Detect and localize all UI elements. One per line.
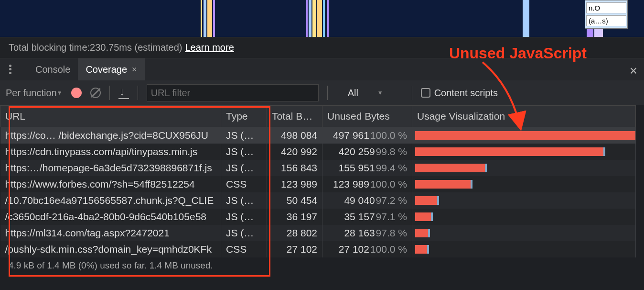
table-header-row: URL Type Total B… Unused Bytes Usage Vis… bbox=[0, 106, 636, 127]
table-row[interactable]: /10.70bc16e4a97156565587.chunk.js?Q_CLIE… bbox=[0, 192, 636, 209]
tab-label: Coverage bbox=[86, 64, 127, 75]
coverage-toolbar: Per function All Content scripts bbox=[0, 80, 644, 105]
cell-type: JS (… bbox=[221, 160, 267, 176]
col-total[interactable]: Total B… bbox=[267, 106, 322, 127]
cell-type: CSS bbox=[221, 176, 267, 192]
table-row[interactable]: /c3650cdf-216a-4ba2-80b0-9d6c540b105e58J… bbox=[0, 209, 636, 225]
checkbox-icon bbox=[421, 88, 430, 98]
type-filter-dropdown[interactable]: All bbox=[336, 88, 403, 99]
col-viz[interactable]: Usage Visualization bbox=[412, 106, 636, 127]
drawer-close-icon[interactable]: × bbox=[630, 63, 637, 78]
cell-url: https://cdn.tinypass.com/api/tinypass.mi… bbox=[0, 144, 221, 160]
cell-type: JS (… bbox=[221, 127, 267, 144]
table-row[interactable]: https://www.forbes.com/?sh=54ff82512254C… bbox=[0, 176, 636, 192]
content-scripts-checkbox[interactable]: Content scripts bbox=[421, 88, 498, 99]
per-function-dropdown[interactable]: Per function bbox=[6, 88, 63, 99]
cell-total: 27 102 bbox=[267, 241, 322, 257]
table-row[interactable]: https://cdn.tinypass.com/api/tinypass.mi… bbox=[0, 144, 636, 160]
col-unused[interactable]: Unused Bytes bbox=[322, 106, 412, 127]
cell-unused: 155 95199.4 % bbox=[322, 160, 412, 176]
record-button[interactable] bbox=[71, 88, 82, 98]
table-row[interactable]: /pushly-sdk.min.css?domain_key=qmhdz0KFk… bbox=[0, 241, 636, 257]
cell-unused: 28 16397.8 % bbox=[322, 225, 412, 241]
cell-viz bbox=[412, 209, 636, 225]
timeline-task-box: n.O (a…s) bbox=[585, 0, 628, 29]
col-url[interactable]: URL bbox=[0, 106, 221, 127]
cell-unused: 49 04097.2 % bbox=[322, 192, 412, 209]
cell-url: https://www.forbes.com/?sh=54ff82512254 bbox=[0, 176, 221, 192]
task-label-1: n.O bbox=[586, 2, 626, 13]
tab-label: Console bbox=[35, 64, 70, 75]
cell-type: JS (… bbox=[221, 192, 267, 209]
status-bar: 4.9 kB of 1.4 MB (0%) used so far. 1.4 M… bbox=[0, 257, 644, 274]
cell-url: /c3650cdf-216a-4ba2-80b0-9d6c540b105e58 bbox=[0, 209, 221, 225]
blocking-value: 230.75ms (estimated) bbox=[90, 42, 182, 53]
performance-timeline[interactable]: n.O (a…s) bbox=[0, 0, 644, 37]
cell-viz bbox=[412, 225, 636, 241]
cell-type: CSS bbox=[221, 241, 267, 257]
cell-type: JS (… bbox=[221, 225, 267, 241]
url-filter-input[interactable] bbox=[147, 84, 319, 101]
learn-more-link[interactable]: Learn more bbox=[185, 42, 234, 53]
tab-coverage[interactable]: Coverage × bbox=[78, 58, 144, 80]
tab-console[interactable]: Console bbox=[28, 58, 78, 80]
table-row[interactable]: https:…/homepage-6a3de5d732398896871f.js… bbox=[0, 160, 636, 176]
cell-total: 28 802 bbox=[267, 225, 322, 241]
cell-unused: 420 25999.8 % bbox=[322, 144, 412, 160]
cell-type: JS (… bbox=[221, 144, 267, 160]
cell-unused: 27 102100.0 % bbox=[322, 241, 412, 257]
cell-viz bbox=[412, 127, 636, 144]
table-row[interactable]: https://ml314.com/tag.aspx?2472021JS (…2… bbox=[0, 225, 636, 241]
cell-total: 420 992 bbox=[267, 144, 322, 160]
cell-url: /pushly-sdk.min.css?domain_key=qmhdz0KFk bbox=[0, 241, 221, 257]
export-button[interactable] bbox=[118, 88, 129, 98]
cell-total: 36 197 bbox=[267, 209, 322, 225]
close-icon[interactable]: × bbox=[132, 65, 137, 75]
cell-unused: 497 961100.0 % bbox=[322, 127, 412, 144]
cell-url: https://co… /bidexchange.js?cid=8CUX956J… bbox=[0, 127, 221, 144]
checkbox-label: Content scripts bbox=[434, 88, 498, 99]
cell-viz bbox=[412, 160, 636, 176]
cell-viz bbox=[412, 144, 636, 160]
cell-url: /10.70bc16e4a97156565587.chunk.js?Q_CLIE bbox=[0, 192, 221, 209]
drawer-tabs: Console Coverage × × bbox=[0, 58, 644, 80]
cell-viz bbox=[412, 176, 636, 192]
cell-url: https:…/homepage-6a3de5d732398896871f.js bbox=[0, 160, 221, 176]
cell-unused: 35 15797.1 % bbox=[322, 209, 412, 225]
cell-total: 156 843 bbox=[267, 160, 322, 176]
cell-total: 50 454 bbox=[267, 192, 322, 209]
cell-viz bbox=[412, 241, 636, 257]
drawer-menu-icon[interactable] bbox=[5, 64, 15, 75]
table-row[interactable]: https://co… /bidexchange.js?cid=8CUX956J… bbox=[0, 127, 636, 144]
cell-url: https://ml314.com/tag.aspx?2472021 bbox=[0, 225, 221, 241]
coverage-table: URL Type Total B… Unused Bytes Usage Vis… bbox=[0, 105, 644, 257]
clear-button[interactable] bbox=[90, 88, 101, 98]
cell-total: 123 989 bbox=[267, 176, 322, 192]
cell-unused: 123 989100.0 % bbox=[322, 176, 412, 192]
clear-icon bbox=[90, 88, 101, 98]
export-icon bbox=[118, 88, 129, 98]
cell-total: 498 084 bbox=[267, 127, 322, 144]
task-label-2: (a…s) bbox=[586, 15, 626, 26]
cell-type: JS (… bbox=[221, 209, 267, 225]
col-type[interactable]: Type bbox=[221, 106, 267, 127]
blocking-time-bar: Total blocking time: 230.75ms (estimated… bbox=[0, 37, 644, 58]
record-icon bbox=[71, 88, 82, 98]
blocking-prefix: Total blocking time: bbox=[9, 42, 90, 53]
cell-viz bbox=[412, 192, 636, 209]
